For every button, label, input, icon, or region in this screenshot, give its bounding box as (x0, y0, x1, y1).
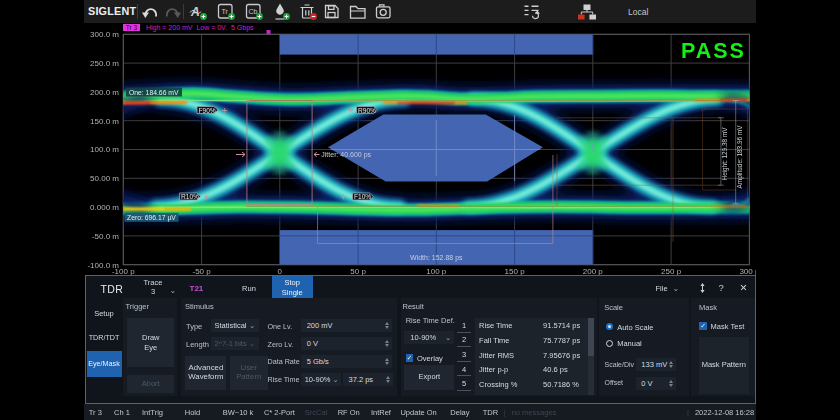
svg-text:R10%: R10% (181, 193, 199, 200)
svg-text:Tr: Tr (222, 8, 229, 15)
svg-text:200 p: 200 p (583, 267, 604, 276)
svg-text:Height: 129.38 mV: Height: 129.38 mV (721, 127, 729, 181)
svg-text:150.0 m: 150.0 m (90, 117, 119, 126)
svg-text:Width: 152.88 ps: Width: 152.88 ps (410, 254, 463, 262)
svg-text:250.0 m: 250.0 m (90, 59, 119, 68)
svg-text:R90%: R90% (358, 107, 376, 114)
svg-text:300 p: 300 p (739, 267, 756, 276)
svg-text:0: 0 (278, 267, 283, 276)
svg-text:200.0 m: 200.0 m (90, 88, 119, 97)
svg-text:-100 p: -100 p (112, 267, 135, 276)
svg-text:F90%: F90% (199, 107, 216, 114)
svg-text:One: 184.66 mV: One: 184.66 mV (129, 89, 179, 96)
svg-text:Zero: 696.17 µV: Zero: 696.17 µV (127, 214, 176, 222)
svg-text:Local: Local (628, 7, 648, 17)
svg-text:50 p: 50 p (350, 267, 366, 276)
svg-text:-50 p: -50 p (192, 267, 211, 276)
svg-text:300.0 m: 300.0 m (90, 30, 119, 39)
svg-text:Jitter: 40.600 ps: Jitter: 40.600 ps (321, 151, 371, 159)
svg-text:100 p: 100 p (426, 267, 447, 276)
svg-text:F10%: F10% (354, 193, 371, 200)
svg-text:150 p: 150 p (505, 267, 526, 276)
svg-text:Amplitude: 183.96 mV: Amplitude: 183.96 mV (736, 125, 744, 189)
svg-text:Cb: Cb (249, 8, 258, 15)
svg-text:-50.0 m: -50.0 m (92, 232, 119, 241)
svg-text:0.000 m: 0.000 m (90, 203, 119, 212)
svg-text:50.00 m: 50.00 m (90, 174, 119, 183)
svg-text:250 p: 250 p (661, 267, 682, 276)
svg-text:100.0 m: 100.0 m (90, 145, 119, 154)
